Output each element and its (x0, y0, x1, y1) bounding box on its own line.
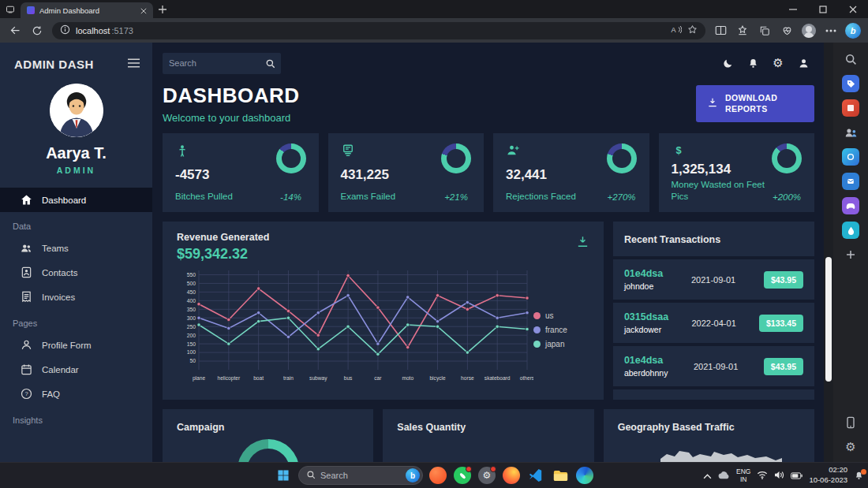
page-scrollbar[interactable] (824, 43, 833, 462)
address-bar[interactable]: localhost:5173 A (52, 22, 705, 39)
notifications-icon[interactable] (742, 52, 764, 74)
tray-onedrive-icon[interactable] (718, 468, 730, 482)
svg-text:moto: moto (402, 375, 413, 381)
volume-icon[interactable] (774, 468, 784, 482)
geography-panel: Geography Based Traffic (604, 409, 814, 462)
bottom-row: Campaign Sales Quantity Geography Based … (163, 409, 814, 462)
refresh-icon[interactable] (27, 21, 47, 40)
back-icon[interactable] (5, 21, 25, 40)
settings-badge (490, 466, 496, 472)
sidebar-add-icon[interactable] (842, 246, 859, 263)
transaction-amount-badge: $43.95 (764, 358, 803, 375)
sidebar-item-faq[interactable]: ? FAQ (0, 382, 152, 406)
taskbar-vscode-icon[interactable] (526, 466, 545, 485)
revenue-chart: 50100150200250300350400450500550planehel… (177, 264, 589, 395)
search-icon[interactable] (259, 58, 281, 69)
stat-label: Money Wasted on Feet Pics (672, 179, 768, 202)
copilot-icon[interactable]: b (843, 21, 863, 40)
language-indicator[interactable]: ENGIN (736, 468, 750, 483)
sidebar-item-label: Teams (42, 244, 69, 253)
taskbar-settings-icon[interactable]: ⚙ (477, 466, 496, 485)
svg-text:helicopter: helicopter (218, 375, 241, 382)
profile-icon[interactable] (792, 52, 814, 74)
tab-close-icon[interactable] (140, 3, 147, 17)
sidebar-settings-icon[interactable]: ⚙ (842, 438, 859, 456)
legend-dot (533, 312, 541, 319)
taskbar-firefox-icon[interactable] (502, 466, 521, 485)
sidebar-item-invoices[interactable]: Invoices (0, 285, 152, 309)
sidebar-item-contacts[interactable]: Contacts (0, 260, 152, 285)
new-tab-button[interactable] (153, 6, 172, 13)
home-icon (21, 194, 32, 206)
user-avatar[interactable] (50, 84, 103, 137)
sidebar-people-icon[interactable] (842, 124, 859, 141)
menu-toggle-icon[interactable] (128, 57, 140, 71)
tab-actions-icon[interactable] (0, 5, 21, 14)
favorites-icon[interactable] (732, 21, 753, 40)
sidebar-item-profile-form[interactable]: Profile Form (0, 333, 152, 357)
sidebar-drop-icon[interactable] (842, 222, 859, 239)
wifi-icon[interactable] (757, 468, 768, 482)
sidebar-item-calendar[interactable]: Calendar (0, 357, 152, 382)
lang-top: ENG (736, 468, 750, 475)
split-screen-icon[interactable] (710, 21, 731, 40)
windows-taskbar: b ⚙ ENGIN 02:2010-06-2023 (0, 462, 868, 488)
browser-tab[interactable]: Admin Dashboard (21, 2, 153, 18)
minimize-button[interactable] (778, 0, 808, 18)
sidebar-designer-icon[interactable] (842, 148, 859, 166)
dark-mode-icon[interactable] (716, 52, 739, 74)
site-info-icon[interactable] (60, 24, 70, 38)
sidebar-item-teams[interactable]: Teams (0, 236, 152, 260)
whatsapp-badge (466, 466, 472, 472)
taskbar-clock[interactable]: 02:2010-06-2023 (809, 465, 847, 486)
taskbar-brave-icon[interactable] (428, 466, 447, 485)
tray-chevron-icon[interactable] (703, 468, 712, 482)
screen: Admin Dashboard localhost:5173 A b (0, 0, 868, 488)
geography-map (659, 446, 785, 462)
battery-icon[interactable] (791, 468, 803, 482)
browser-essentials-icon[interactable] (776, 21, 797, 40)
sidebar-games-icon[interactable] (842, 197, 859, 214)
notification-bell-icon[interactable] (854, 471, 864, 481)
sidebar-search-icon[interactable] (842, 50, 859, 68)
maximize-button[interactable] (808, 0, 838, 18)
page-title: DASHBOARD (163, 84, 300, 108)
download-chart-icon[interactable] (576, 232, 589, 251)
sidebar-outlook-icon[interactable] (842, 173, 859, 190)
stat-value: 32,441 (506, 167, 576, 183)
url-port: :5173 (111, 26, 133, 35)
legend-label: japan (545, 340, 564, 348)
settings-more-icon[interactable] (821, 21, 841, 40)
taskbar-explorer-icon[interactable] (551, 466, 570, 485)
sidebar-shopping-icon[interactable] (842, 75, 859, 92)
app-search[interactable] (163, 53, 281, 74)
scrollbar-thumb[interactable] (825, 257, 832, 382)
start-button[interactable] (274, 466, 293, 485)
taskbar-edge-icon[interactable] (575, 466, 594, 485)
sidebar-office-icon[interactable] (842, 99, 859, 117)
svg-text:subway: subway (309, 375, 327, 382)
read-aloud-icon[interactable]: A (670, 24, 682, 38)
svg-text:A: A (672, 25, 676, 33)
collections-icon[interactable] (754, 21, 775, 40)
taskbar-search-input[interactable] (320, 471, 401, 480)
download-reports-button[interactable]: DOWNLOAD REPORTS (696, 85, 814, 121)
sidebar-phone-icon[interactable] (842, 414, 859, 431)
settings-icon[interactable]: ⚙ (767, 52, 789, 74)
taskbar-search[interactable]: b (298, 466, 423, 485)
stat-label: Exams Failed (341, 191, 396, 202)
close-button[interactable] (838, 0, 868, 18)
sidebar-item-label: Profile Form (42, 341, 92, 350)
sidebar-item-dashboard[interactable]: Dashboard (0, 188, 152, 212)
dollar-icon: $ (672, 143, 768, 159)
legend-item-japan: japan (533, 340, 582, 348)
stat-delta: +21% (444, 192, 468, 202)
campaign-panel: Campaign (163, 409, 373, 462)
favorite-star-icon[interactable] (687, 24, 698, 38)
svg-text:train: train (283, 375, 294, 381)
taskbar-whatsapp-icon[interactable] (453, 466, 472, 485)
search-input[interactable] (163, 58, 259, 68)
transaction-date: 2021-09-01 (691, 275, 735, 285)
profile-avatar[interactable] (799, 21, 819, 40)
campaign-title: Campaign (177, 422, 224, 433)
